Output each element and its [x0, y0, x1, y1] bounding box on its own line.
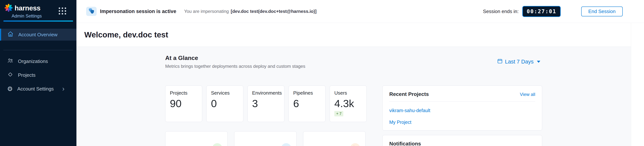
recent-project-link[interactable]: My Project — [389, 120, 535, 125]
sidebar-item-label: Account Settings — [17, 86, 54, 92]
page-title: Welcome, dev.doc test — [84, 30, 168, 39]
deployments-icon: ⇄ — [212, 143, 222, 146]
session-ends-label: Session ends in: — [483, 8, 518, 14]
feature-flags-label: Feature Flags — [308, 145, 342, 146]
chevron-right-icon: › — [62, 85, 64, 92]
sidebar-item-label: Organizations — [18, 59, 48, 64]
stat-label: Services — [211, 90, 239, 96]
notifications-title: Notifications — [389, 141, 421, 146]
sidebar-item-account-overview[interactable]: Account Overview — [0, 29, 76, 41]
deployments-card[interactable]: Deployments ⇄ — [165, 131, 228, 146]
date-range-dropdown[interactable]: Last 7 Days — [497, 58, 540, 65]
impersonation-banner: Impersonation session is active You are … — [76, 0, 644, 23]
builds-card[interactable]: Builds ↻ — [234, 131, 296, 146]
recent-projects-title: Recent Projects — [389, 91, 429, 97]
stat-card-services[interactable]: Services 0 — [206, 85, 243, 122]
app-launcher-icon[interactable] — [59, 7, 66, 14]
welcome-bar: Welcome, dev.doc test — [76, 23, 644, 47]
date-range-label: Last 7 Days — [505, 59, 534, 65]
sidebar: harness Admin Settings Account Overview … — [0, 0, 76, 146]
stat-value: 0 — [211, 97, 239, 110]
impersonation-title: Impersonation session is active — [100, 8, 176, 14]
builds-icon: ↻ — [281, 143, 291, 146]
impersonation-target-user: [dev.doc test(dev.doc+test@harness.io)] — [230, 9, 316, 14]
stat-value: 90 — [170, 97, 198, 110]
stat-label: Users — [334, 90, 362, 96]
sidebar-item-account-settings[interactable]: ⚙ Account Settings › — [0, 82, 76, 96]
admin-settings-label: Admin Settings — [12, 13, 76, 19]
stat-label: Environments — [252, 90, 280, 96]
session-countdown-timer: 00:27:01 — [522, 6, 561, 17]
at-a-glance-subtitle: Metrics brings together deployments acro… — [165, 64, 305, 69]
builds-label: Builds — [240, 145, 255, 146]
sidebar-item-organizations[interactable]: Organizations — [0, 54, 76, 68]
feature-flags-card[interactable]: Feature Flags ⚑ — [303, 131, 366, 146]
stat-card-environments[interactable]: Environments 3 — [248, 85, 284, 122]
end-session-button[interactable]: End Session — [581, 6, 623, 16]
organizations-icon — [7, 58, 14, 65]
harness-logo-icon — [4, 3, 13, 13]
modules-row: Deployments ⇄ Builds ↻ Feature Flags ⚑ — [165, 131, 366, 146]
caret-down-icon — [537, 61, 540, 63]
gear-icon: ⚙ — [7, 86, 13, 92]
stat-label: Pipelines — [293, 90, 321, 96]
harness-wordmark: harness — [14, 4, 40, 12]
scrollbar-track[interactable] — [631, 23, 644, 146]
recent-projects-panel: Recent Projects View all vikram-sahu-def… — [382, 85, 542, 131]
stat-card-users[interactable]: Users 4.3k + 7 — [330, 85, 367, 122]
deployments-label: Deployments — [170, 145, 202, 146]
sidebar-item-label: Account Overview — [18, 32, 58, 38]
stat-value: 4.3k — [334, 97, 362, 110]
view-all-link[interactable]: View all — [520, 92, 535, 97]
impersonation-subtitle: You are impersonating — [184, 9, 229, 14]
at-a-glance-title: At a Glance — [165, 55, 305, 62]
projects-icon — [7, 71, 14, 79]
stat-card-pipelines[interactable]: Pipelines 6 — [288, 85, 326, 122]
stat-card-projects[interactable]: Projects 90 — [165, 85, 202, 122]
sidebar-item-projects[interactable]: Projects — [0, 68, 76, 82]
main-content: At a Glance Metrics brings together depl… — [76, 47, 644, 146]
stat-value: 3 — [252, 97, 280, 110]
sidebar-item-label: Projects — [18, 72, 36, 78]
sidebar-accent-bar — [3, 20, 73, 22]
sidebar-divider — [3, 50, 73, 50]
stats-row: Projects 90 Services 0 Environments 3 Pi… — [165, 85, 367, 122]
users-delta-badge: + 7 — [334, 111, 343, 116]
stat-label: Projects — [170, 90, 198, 96]
impersonation-masks-icon — [86, 7, 96, 16]
at-a-glance-header: At a Glance Metrics brings together depl… — [165, 55, 305, 69]
feature-flags-icon: ⚑ — [350, 143, 360, 146]
stat-value: 6 — [293, 97, 321, 110]
home-icon — [7, 31, 14, 39]
calendar-icon — [497, 58, 503, 65]
recent-project-link[interactable]: vikram-sahu-default — [389, 108, 535, 113]
notifications-panel: Notifications — [382, 135, 542, 146]
